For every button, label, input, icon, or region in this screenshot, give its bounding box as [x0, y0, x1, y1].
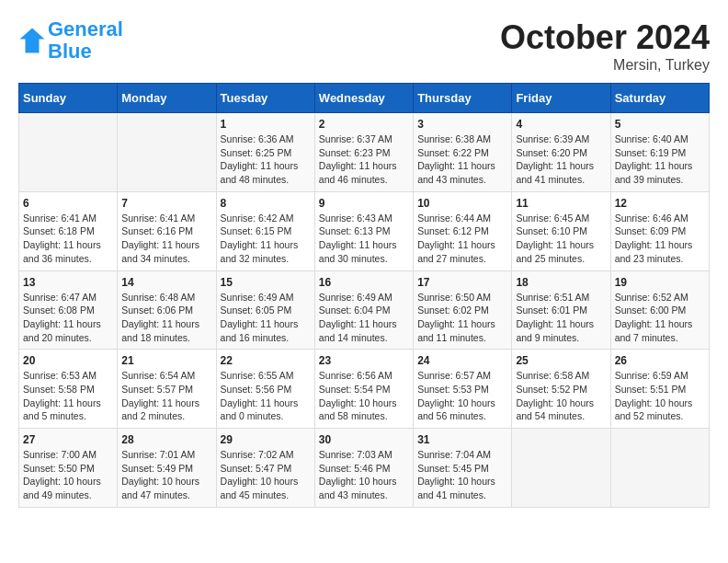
day-header-friday: Friday [512, 84, 610, 113]
calendar-day-cell: 25Sunrise: 6:58 AMSunset: 5:52 PMDayligh… [512, 350, 610, 429]
calendar-week-row: 27Sunrise: 7:00 AMSunset: 5:50 PMDayligh… [19, 429, 710, 508]
day-info: Sunrise: 6:41 AMSunset: 6:16 PMDaylight:… [121, 213, 199, 264]
day-number: 18 [516, 276, 606, 289]
day-number: 26 [615, 354, 705, 367]
day-number: 4 [516, 118, 606, 131]
day-number: 2 [319, 118, 409, 131]
day-info: Sunrise: 7:00 AMSunset: 5:50 PMDaylight:… [23, 449, 101, 500]
calendar-day-cell: 28Sunrise: 7:01 AMSunset: 5:49 PMDayligh… [118, 429, 216, 508]
day-info: Sunrise: 6:46 AMSunset: 6:09 PMDaylight:… [615, 213, 693, 264]
day-info: Sunrise: 6:43 AMSunset: 6:13 PMDaylight:… [319, 213, 397, 264]
day-info: Sunrise: 6:53 AMSunset: 5:58 PMDaylight:… [23, 370, 101, 421]
day-number: 17 [417, 276, 507, 289]
calendar-day-cell [512, 429, 610, 508]
calendar-day-cell: 2Sunrise: 6:37 AMSunset: 6:23 PMDaylight… [314, 113, 413, 192]
day-header-tuesday: Tuesday [216, 84, 314, 113]
day-info: Sunrise: 6:51 AMSunset: 6:01 PMDaylight:… [516, 292, 594, 343]
page-header: General Blue October 2024 Mersin, Turkey [18, 18, 710, 74]
day-number: 24 [417, 354, 507, 367]
calendar-day-cell: 7Sunrise: 6:41 AMSunset: 6:16 PMDaylight… [118, 191, 216, 270]
day-number: 16 [319, 276, 409, 289]
day-number: 27 [23, 433, 113, 446]
day-info: Sunrise: 6:44 AMSunset: 6:12 PMDaylight:… [417, 213, 495, 264]
day-info: Sunrise: 6:59 AMSunset: 5:51 PMDaylight:… [615, 370, 693, 421]
calendar-week-row: 20Sunrise: 6:53 AMSunset: 5:58 PMDayligh… [19, 350, 710, 429]
day-number: 9 [319, 197, 409, 210]
day-number: 6 [23, 197, 113, 210]
day-info: Sunrise: 6:39 AMSunset: 6:20 PMDaylight:… [516, 133, 594, 185]
day-number: 22 [221, 354, 311, 367]
calendar-day-cell [118, 113, 216, 192]
day-info: Sunrise: 6:47 AMSunset: 6:08 PMDaylight:… [23, 292, 101, 343]
day-number: 23 [319, 354, 409, 367]
day-info: Sunrise: 6:38 AMSunset: 6:22 PMDaylight:… [417, 133, 495, 185]
day-number: 30 [319, 433, 409, 446]
day-info: Sunrise: 6:49 AMSunset: 6:04 PMDaylight:… [319, 292, 397, 343]
day-number: 20 [23, 354, 113, 367]
calendar-day-cell: 12Sunrise: 6:46 AMSunset: 6:09 PMDayligh… [610, 191, 709, 270]
day-info: Sunrise: 6:37 AMSunset: 6:23 PMDaylight:… [319, 133, 397, 185]
day-number: 31 [417, 433, 507, 446]
day-number: 5 [615, 118, 705, 131]
day-header-monday: Monday [118, 84, 216, 113]
title-section: October 2024 Mersin, Turkey [500, 18, 710, 74]
calendar-day-cell: 23Sunrise: 6:56 AMSunset: 5:54 PMDayligh… [314, 350, 413, 429]
day-number: 28 [121, 433, 211, 446]
month-title: October 2024 [500, 18, 710, 57]
day-info: Sunrise: 6:55 AMSunset: 5:56 PMDaylight:… [221, 370, 299, 421]
day-header-sunday: Sunday [19, 84, 118, 113]
day-number: 3 [417, 118, 507, 131]
day-number: 15 [221, 276, 311, 289]
day-info: Sunrise: 6:54 AMSunset: 5:57 PMDaylight:… [121, 370, 199, 421]
calendar-week-row: 13Sunrise: 6:47 AMSunset: 6:08 PMDayligh… [19, 270, 710, 350]
day-info: Sunrise: 6:58 AMSunset: 5:52 PMDaylight:… [516, 370, 594, 421]
day-header-wednesday: Wednesday [314, 84, 413, 113]
day-header-saturday: Saturday [610, 84, 709, 113]
day-number: 8 [221, 197, 311, 210]
calendar-day-cell: 9Sunrise: 6:43 AMSunset: 6:13 PMDaylight… [314, 191, 413, 270]
calendar-day-cell: 6Sunrise: 6:41 AMSunset: 6:18 PMDaylight… [19, 191, 118, 270]
day-number: 13 [23, 276, 113, 289]
logo: General Blue [18, 18, 123, 63]
calendar-day-cell: 27Sunrise: 7:00 AMSunset: 5:50 PMDayligh… [19, 429, 118, 508]
day-info: Sunrise: 6:57 AMSunset: 5:53 PMDaylight:… [417, 370, 495, 421]
calendar-week-row: 6Sunrise: 6:41 AMSunset: 6:18 PMDaylight… [19, 191, 710, 270]
calendar-day-cell: 11Sunrise: 6:45 AMSunset: 6:10 PMDayligh… [512, 191, 610, 270]
day-info: Sunrise: 6:36 AMSunset: 6:25 PMDaylight:… [221, 133, 299, 185]
day-number: 10 [417, 197, 507, 210]
day-info: Sunrise: 6:40 AMSunset: 6:19 PMDaylight:… [615, 133, 693, 185]
day-info: Sunrise: 6:49 AMSunset: 6:05 PMDaylight:… [221, 292, 299, 343]
calendar-day-cell: 10Sunrise: 6:44 AMSunset: 6:12 PMDayligh… [414, 191, 512, 270]
calendar-week-row: 1Sunrise: 6:36 AMSunset: 6:25 PMDaylight… [19, 113, 710, 192]
calendar-day-cell: 22Sunrise: 6:55 AMSunset: 5:56 PMDayligh… [216, 350, 314, 429]
calendar-day-cell: 30Sunrise: 7:03 AMSunset: 5:46 PMDayligh… [314, 429, 413, 508]
calendar-day-cell: 31Sunrise: 7:04 AMSunset: 5:45 PMDayligh… [414, 429, 512, 508]
day-info: Sunrise: 6:41 AMSunset: 6:18 PMDaylight:… [23, 213, 101, 264]
calendar-day-cell: 5Sunrise: 6:40 AMSunset: 6:19 PMDaylight… [610, 113, 709, 192]
day-number: 19 [615, 276, 705, 289]
day-info: Sunrise: 6:50 AMSunset: 6:02 PMDaylight:… [417, 292, 495, 343]
svg-marker-0 [20, 29, 45, 53]
day-info: Sunrise: 6:48 AMSunset: 6:06 PMDaylight:… [121, 292, 199, 343]
calendar-day-cell: 17Sunrise: 6:50 AMSunset: 6:02 PMDayligh… [414, 270, 512, 350]
day-number: 14 [121, 276, 211, 289]
calendar-day-cell: 26Sunrise: 6:59 AMSunset: 5:51 PMDayligh… [610, 350, 709, 429]
day-info: Sunrise: 6:52 AMSunset: 6:00 PMDaylight:… [615, 292, 693, 343]
day-info: Sunrise: 6:42 AMSunset: 6:15 PMDaylight:… [221, 213, 299, 264]
day-info: Sunrise: 6:56 AMSunset: 5:54 PMDaylight:… [319, 370, 397, 421]
day-number: 12 [615, 197, 705, 210]
calendar-day-cell: 3Sunrise: 6:38 AMSunset: 6:22 PMDaylight… [414, 113, 512, 192]
calendar-day-cell: 18Sunrise: 6:51 AMSunset: 6:01 PMDayligh… [512, 270, 610, 350]
calendar-day-cell: 1Sunrise: 6:36 AMSunset: 6:25 PMDaylight… [216, 113, 314, 192]
day-number: 7 [121, 197, 211, 210]
calendar-day-cell [610, 429, 709, 508]
day-number: 25 [516, 354, 606, 367]
calendar-day-cell: 8Sunrise: 6:42 AMSunset: 6:15 PMDaylight… [216, 191, 314, 270]
day-info: Sunrise: 7:01 AMSunset: 5:49 PMDaylight:… [121, 449, 199, 500]
logo-line1: General [48, 17, 123, 40]
logo-text: General Blue [48, 18, 123, 63]
calendar-day-cell: 4Sunrise: 6:39 AMSunset: 6:20 PMDaylight… [512, 113, 610, 192]
calendar-day-cell: 13Sunrise: 6:47 AMSunset: 6:08 PMDayligh… [19, 270, 118, 350]
calendar-day-cell: 21Sunrise: 6:54 AMSunset: 5:57 PMDayligh… [118, 350, 216, 429]
calendar-day-cell [19, 113, 118, 192]
